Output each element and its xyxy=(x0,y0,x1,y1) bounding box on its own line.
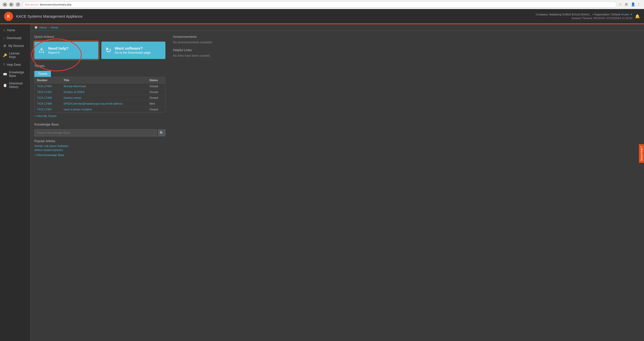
qa-need-help-text: Need help? Report it xyxy=(48,46,69,54)
star-icon[interactable]: ☆ xyxy=(619,2,623,7)
sidebar-item-help-desk[interactable]: ? Help Desk xyxy=(0,61,30,69)
article-link[interactable]: Vernier Lab Quest Software xyxy=(34,144,165,147)
qa-want-software-subtitle: Go to the Downloads page xyxy=(115,51,151,54)
tickets-tab[interactable]: Tickets xyxy=(34,71,51,77)
qa-need-help-subtitle: Report it xyxy=(48,51,69,54)
col-title: Title xyxy=(61,77,147,83)
ticket-title-link[interactable]: Destiny needs xyxy=(64,96,81,99)
kb-search-input[interactable] xyxy=(34,129,157,136)
software-icon: ↻ xyxy=(105,46,111,54)
ticket-status: Closed xyxy=(147,89,165,95)
ticket-number-link[interactable]: TICK:17494 xyxy=(37,85,52,88)
table-row: TICK:17494 Brenda Moorhead Closed xyxy=(35,83,165,89)
not-secure-label: Not secure xyxy=(25,3,38,6)
main-layout: ⌂ Home ↓ Downloads 🖥 My Devices 🔑 Licens… xyxy=(0,24,644,341)
view-knowledge-base-link[interactable]: > View Knowledge Base xyxy=(34,153,165,157)
tickets-section-title: Tickets xyxy=(34,64,165,68)
col-status: Status xyxy=(147,77,165,83)
sidebar-label-knowledge-base: Knowledge Base xyxy=(9,71,27,78)
left-column: Quick Actions ⚠ Need help? Report it ↻ xyxy=(34,35,165,337)
ticket-number-link[interactable]: TICK:17488 xyxy=(37,102,52,105)
need-help-tab[interactable]: Need Help? xyxy=(639,144,644,163)
col-number: Number xyxy=(35,77,61,83)
sidebar-label-home: Home xyxy=(7,28,15,32)
sidebar-item-my-devices[interactable]: 🖥 My Devices xyxy=(0,42,30,50)
popular-articles-title: Popular Articles xyxy=(34,139,165,143)
qa-want-software-text: Want software? Go to the Downloads page xyxy=(115,46,151,54)
top-right-icons: 🔔 xyxy=(635,14,640,19)
table-row: TICK:17490 Destiny needs Closed xyxy=(35,95,165,101)
ticket-number-link[interactable]: TICK:17487 xyxy=(37,108,52,111)
ticket-title-link[interactable]: Brenda Moorhead xyxy=(64,85,86,88)
article-link[interactable]: etrition student pictures xyxy=(34,148,165,151)
page-content: Quick Actions ⚠ Need help? Report it ↻ xyxy=(30,31,644,341)
need-help-sidebar: Need Help? xyxy=(639,144,644,163)
extensions-icon[interactable]: ⊞ xyxy=(625,2,629,7)
profile-icon[interactable]: 👤 xyxy=(631,2,635,7)
top-right-info: Company: Nadaburg Unified School Distric… xyxy=(536,13,632,20)
qa-card-want-software[interactable]: ↻ Want software? Go to the Downloads pag… xyxy=(101,42,165,59)
ticket-status: New xyxy=(147,101,165,107)
user-link[interactable]: shuber xyxy=(621,13,629,16)
app-title: KACE Systems Management Appliance xyxy=(16,14,536,18)
sidebar-item-downloads[interactable]: ↓ Downloads xyxy=(0,34,30,42)
table-row: TICK:17491 Destiny at DOES Closed xyxy=(35,89,165,95)
ticket-number-link[interactable]: TICK:17490 xyxy=(37,96,52,99)
sidebar-label-downloads: Downloads xyxy=(7,36,22,40)
sidebar-item-knowledge-base[interactable]: 📖 Knowledge Base xyxy=(0,69,30,80)
warning-icon: ⚠ xyxy=(38,46,45,54)
view-my-tickets-link[interactable]: > View My Tickets xyxy=(34,114,165,117)
table-row: TICK:17488 SPEDCalendar@nadaburgsd.org e… xyxy=(35,101,165,107)
devices-icon: 🖥 xyxy=(3,44,6,48)
sidebar-item-home[interactable]: ⌂ Home xyxy=(0,26,30,34)
close-icon[interactable]: ✕ xyxy=(630,13,632,16)
articles-list: Vernier Lab Quest Softwareetrition stude… xyxy=(34,144,165,151)
download-history-icon: 📋 xyxy=(3,83,7,87)
notification-icon[interactable]: 🔔 xyxy=(635,14,640,19)
sidebar-label-my-devices: My Devices xyxy=(8,44,24,48)
breadcrumb-home2[interactable]: Home xyxy=(51,26,58,29)
no-links-text: No links have been created. xyxy=(173,54,640,57)
sidebar-label-license-keys: License Keys xyxy=(9,52,27,59)
ticket-title-link[interactable]: Destiny at DOES xyxy=(64,90,84,94)
content-area: 🏠 Home › Home Quick Actions ⚠ xyxy=(30,24,644,341)
back-button[interactable]: ◀ xyxy=(3,2,7,7)
knowledge-base-icon: 📖 xyxy=(3,72,7,76)
menu-icon[interactable]: ⋮ xyxy=(637,2,641,7)
reload-button[interactable]: ↺ xyxy=(16,2,20,7)
sidebar-label-download-history: Download History xyxy=(9,82,27,89)
org-label: Organization: Default xyxy=(594,13,620,16)
table-row: TICK:17487 need a printer installed Clos… xyxy=(35,107,165,112)
breadcrumb-home-icon: 🏠 xyxy=(34,26,38,29)
kb-search-row: 🔍 xyxy=(34,129,165,136)
kb-section-title: Knowledge Base xyxy=(34,122,165,126)
qa-need-help-title: Need help? xyxy=(48,46,69,50)
ticket-number-link[interactable]: TICK:17491 xyxy=(37,90,52,94)
sidebar-item-license-keys[interactable]: 🔑 License Keys xyxy=(0,50,30,61)
company-label: Company: Nadaburg Unified School Distric… xyxy=(536,13,592,16)
quick-actions: ⚠ Need help? Report it ↻ Want software? … xyxy=(34,42,165,59)
breadcrumb-bar: 🏠 Home › Home xyxy=(30,24,644,31)
downloads-icon: ↓ xyxy=(3,36,5,40)
kb-search-button[interactable]: 🔍 xyxy=(158,129,165,136)
ticket-status: Closed xyxy=(147,107,165,112)
sidebar-item-download-history[interactable]: 📋 Download History xyxy=(0,80,30,91)
announcements-title: Announcements xyxy=(173,35,640,39)
app-wrapper: K KACE Systems Management Appliance Comp… xyxy=(0,9,644,341)
kb-section: Knowledge Base 🔍 Popular Articles Vernie… xyxy=(34,122,165,157)
qa-card-need-help[interactable]: ⚠ Need help? Report it xyxy=(34,42,98,59)
qa-want-software-title: Want software? xyxy=(115,46,151,50)
license-icon: 🔑 xyxy=(3,53,7,57)
session-info: Session Timeout: 00:59:54 • 07/15/2024 1… xyxy=(572,17,632,20)
sidebar: ⌂ Home ↓ Downloads 🖥 My Devices 🔑 Licens… xyxy=(0,24,30,341)
browser-bar: ◀ ▶ ↺ Not secure kbox/userui/summary.php… xyxy=(0,0,644,9)
forward-button[interactable]: ▶ xyxy=(9,2,14,7)
breadcrumb-home1[interactable]: Home xyxy=(39,26,47,29)
quick-actions-title: Quick Actions xyxy=(34,35,165,39)
tickets-section: Tickets Tickets Number Title Status xyxy=(34,64,165,117)
url-bar[interactable]: Not secure kbox/userui/summary.php xyxy=(22,2,617,8)
top-bar: K KACE Systems Management Appliance Comp… xyxy=(0,9,644,24)
tickets-table-wrapper: Number Title Status TICK:17494 Brenda Mo… xyxy=(34,77,165,112)
ticket-title-link[interactable]: SPEDCalendar@nadaburgsd.org email addres… xyxy=(64,102,123,105)
ticket-title-link[interactable]: need a printer installed xyxy=(64,108,92,111)
